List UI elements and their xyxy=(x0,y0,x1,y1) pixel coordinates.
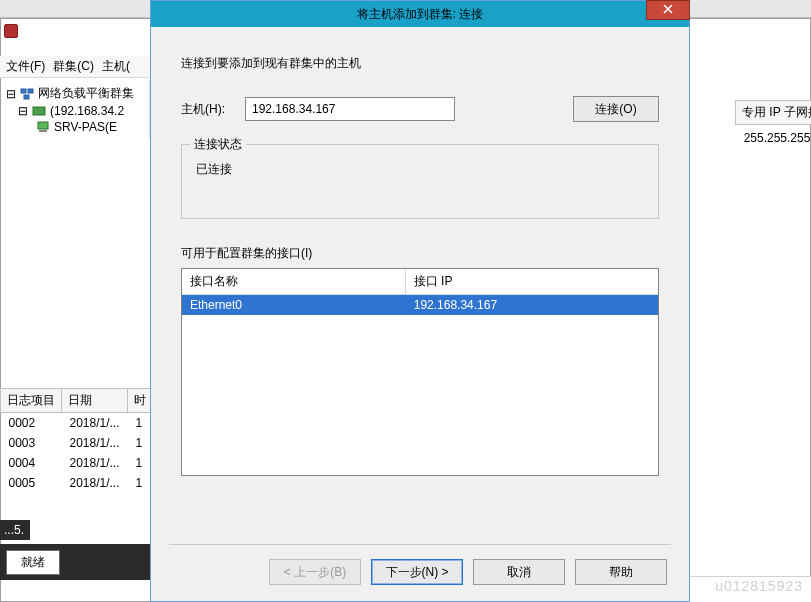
subnet-mask-panel: 专用 IP 子网掩码 255.255.255.0 xyxy=(735,100,811,145)
col-interface-name[interactable]: 接口名称 xyxy=(182,269,406,294)
dialog-body: 连接到要添加到现有群集中的主机 主机(H): 连接(O) 连接状态 已连接 可用… xyxy=(151,27,689,544)
bg-menu: 文件(F) 群集(C) 主机( xyxy=(0,56,160,78)
subnet-mask-value: 255.255.255.0 xyxy=(735,131,811,145)
table-row[interactable]: 0005 2018/1/... 1 xyxy=(1,473,153,493)
svg-rect-5 xyxy=(39,130,47,132)
close-button[interactable] xyxy=(646,0,690,20)
menu-file[interactable]: 文件(F) xyxy=(6,58,45,75)
help-button[interactable]: 帮助 xyxy=(575,559,667,585)
svg-rect-0 xyxy=(21,89,26,93)
connection-status-value: 已连接 xyxy=(196,162,232,176)
host-label: 主机(H): xyxy=(181,101,229,118)
col-date[interactable]: 日期 xyxy=(62,389,128,413)
tree-node-label: (192.168.34.2 xyxy=(50,104,124,118)
interface-list[interactable]: 接口名称 接口 IP Ethernet0 192.168.34.167 xyxy=(181,268,659,476)
add-host-dialog: 将主机添加到群集: 连接 连接到要添加到现有群集中的主机 主机(H): 连接(O… xyxy=(150,0,690,602)
col-interface-ip[interactable]: 接口 IP xyxy=(406,269,658,294)
dialog-button-row: < 上一步(B) 下一步(N) > 取消 帮助 xyxy=(151,545,689,601)
col-item[interactable]: 日志项目 xyxy=(1,389,62,413)
interface-row[interactable]: Ethernet0 192.168.34.167 xyxy=(182,295,658,315)
back-button: < 上一步(B) xyxy=(269,559,361,585)
tree-srv-label: SRV-PAS(E xyxy=(54,120,117,134)
app-icon xyxy=(4,24,18,38)
status-ready: 就绪 xyxy=(6,550,60,575)
cluster-icon xyxy=(20,87,34,101)
menu-cluster[interactable]: 群集(C) xyxy=(53,58,94,75)
dialog-titlebar[interactable]: 将主机添加到群集: 连接 xyxy=(151,1,689,27)
tree-node[interactable]: ⊟ (192.168.34.2 xyxy=(2,103,147,119)
table-row[interactable]: 0002 2018/1/... 1 xyxy=(1,413,153,434)
connection-status-legend: 连接状态 xyxy=(190,136,246,153)
svg-rect-1 xyxy=(28,89,33,93)
connect-button[interactable]: 连接(O) xyxy=(573,96,659,122)
nav-tree[interactable]: ⊟ 网络负载平衡群集 ⊟ (192.168.34.2 SRV-PAS(E xyxy=(0,80,150,139)
bg-statusbar: 就绪 xyxy=(0,544,150,580)
menu-host[interactable]: 主机( xyxy=(102,58,130,75)
tree-root[interactable]: ⊟ 网络负载平衡群集 xyxy=(2,84,147,103)
expander-icon[interactable]: ⊟ xyxy=(18,104,28,118)
interface-row-name: Ethernet0 xyxy=(182,295,406,315)
cancel-button[interactable]: 取消 xyxy=(473,559,565,585)
log-table: 日志项目 日期 时 0002 2018/1/... 1 0003 2018/1/… xyxy=(0,388,150,493)
dialog-title: 将主机添加到群集: 连接 xyxy=(357,6,484,23)
tree-srv[interactable]: SRV-PAS(E xyxy=(2,119,147,135)
tree-root-label: 网络负载平衡群集 xyxy=(38,85,134,102)
connection-status-group: 连接状态 已连接 xyxy=(181,144,659,219)
table-row[interactable]: 0003 2018/1/... 1 xyxy=(1,433,153,453)
svg-rect-3 xyxy=(33,107,45,115)
server-icon xyxy=(36,120,50,134)
expander-icon[interactable]: ⊟ xyxy=(6,87,16,101)
interface-row-ip: 192.168.34.167 xyxy=(406,295,658,315)
node-icon xyxy=(32,104,46,118)
watermark-right: u012815923 xyxy=(715,578,803,594)
host-input[interactable] xyxy=(245,97,455,121)
svg-rect-4 xyxy=(38,122,48,129)
line5-tab: ...5. xyxy=(0,520,30,540)
svg-rect-2 xyxy=(24,95,29,99)
next-button[interactable]: 下一步(N) > xyxy=(371,559,463,585)
interface-list-header: 接口名称 接口 IP xyxy=(182,269,658,295)
col-time[interactable]: 时 xyxy=(128,389,153,413)
close-icon xyxy=(663,3,673,17)
available-interfaces-label: 可用于配置群集的接口(I) xyxy=(181,245,659,262)
instruction-text: 连接到要添加到现有群集中的主机 xyxy=(181,55,659,72)
subnet-mask-header: 专用 IP 子网掩码 xyxy=(735,100,811,125)
table-row[interactable]: 0004 2018/1/... 1 xyxy=(1,453,153,473)
host-row: 主机(H): 连接(O) xyxy=(181,96,659,122)
